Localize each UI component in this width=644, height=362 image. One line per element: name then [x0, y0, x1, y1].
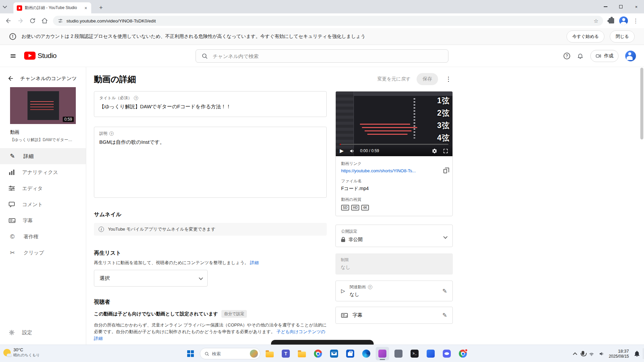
sidebar-item-clips[interactable]: ✂ クリップ: [0, 245, 86, 261]
sidebar-item-details[interactable]: ✎ 詳細: [0, 148, 86, 164]
more-options-icon[interactable]: ⋮: [444, 75, 453, 83]
taskbar-clock[interactable]: 18:37 2025/08/15: [609, 349, 629, 359]
start-button[interactable]: [184, 347, 197, 360]
studio-header: Studio ? 作成: [0, 45, 644, 67]
taskbar-app-chrome[interactable]: [311, 347, 325, 360]
title-field[interactable]: タイトル（必須） ? 【ゆっくり解説】DAWでギターのFコードを作る方法！！: [94, 91, 327, 117]
taskbar-app-file-explorer[interactable]: [263, 347, 276, 360]
back-button[interactable]: [3, 15, 14, 26]
taskbar-app-terminal[interactable]: [408, 347, 421, 360]
new-tab-button[interactable]: +: [97, 3, 105, 12]
extensions-icon[interactable]: [606, 15, 617, 26]
taskbar-app-folder[interactable]: [295, 347, 309, 360]
playlist-select[interactable]: 選択: [94, 270, 208, 287]
page-scrollbar[interactable]: [640, 68, 643, 139]
banner-close-button[interactable]: 閉じる: [610, 31, 635, 43]
back-to-channel-content[interactable]: チャンネルのコンテンツ: [0, 72, 86, 84]
window-close-button[interactable]: ×: [629, 0, 644, 13]
description-field-value[interactable]: BGMは自作の歌のInstです。: [99, 139, 321, 145]
taskbar-search[interactable]: [200, 348, 260, 359]
taskbar-search-input[interactable]: [212, 351, 246, 356]
tab-search-chevron-icon[interactable]: [3, 4, 7, 8]
description-help-icon[interactable]: ?: [109, 131, 114, 136]
visibility-card[interactable]: 公開設定 非公開: [335, 225, 453, 247]
browser-menu-button[interactable]: ⋮: [630, 15, 641, 26]
channel-search-input[interactable]: [213, 53, 443, 59]
tab-close-icon[interactable]: ×: [84, 5, 88, 11]
taskbar-app-store[interactable]: [343, 347, 357, 360]
taskbar-app-active[interactable]: [376, 347, 389, 360]
taskbar-app-chrome-2[interactable]: [456, 347, 470, 360]
hamburger-menu-icon[interactable]: [7, 52, 19, 60]
sidebar-item-subtitles[interactable]: 字幕: [0, 213, 86, 229]
copy-icon[interactable]: [443, 169, 447, 173]
video-link-label: 動画リンク: [341, 161, 447, 167]
volume-icon[interactable]: [599, 351, 604, 357]
channel-search-bar[interactable]: [196, 49, 448, 63]
help-icon[interactable]: ?: [564, 53, 570, 59]
notification-center-bell-icon[interactable]: [633, 350, 641, 357]
banner-start-button[interactable]: 今すぐ始める: [567, 31, 604, 43]
undo-changes-button[interactable]: 変更を元に戻す: [377, 76, 411, 82]
video-player[interactable]: 1弦 2弦 3弦 4弦 ▶ 0:00 / 0:59: [336, 92, 452, 156]
sidebar-item-comments[interactable]: コメント: [0, 196, 86, 213]
pencil-icon[interactable]: ✎: [442, 288, 447, 295]
taskbar-app-discord[interactable]: [440, 347, 453, 360]
microphone-icon[interactable]: [582, 351, 584, 355]
weather-widget[interactable]: 30°C 晴れのちくもり: [3, 347, 40, 358]
active-app-icon: [378, 350, 386, 358]
sidebar-item-settings[interactable]: 設定: [0, 324, 86, 341]
taskbar-app-gray[interactable]: [392, 347, 405, 360]
url-text[interactable]: studio.youtube.com/video/YlNO8-TsDK0/edi…: [66, 18, 590, 23]
pencil-icon[interactable]: ✎: [442, 312, 447, 319]
save-button[interactable]: 保存: [417, 73, 438, 85]
subtitles-card[interactable]: 字幕 ✎: [335, 307, 453, 324]
taskbar-app-teams[interactable]: [279, 347, 292, 360]
forward-button[interactable]: [15, 15, 26, 26]
youtube-studio-logo[interactable]: Studio: [24, 52, 57, 60]
player-settings-gear-icon[interactable]: [432, 148, 437, 154]
restrictions-value: なし: [341, 264, 447, 270]
page-body: チャンネルのコンテンツ 0:59 動画 【ゆっくり解説】DAWでギターのF...…: [0, 67, 644, 345]
title-field-value[interactable]: 【ゆっくり解説】DAWでギターのFコードを作る方法！！: [99, 104, 321, 110]
player-fullscreen-icon[interactable]: [443, 148, 448, 154]
playlist-more-link[interactable]: 詳細: [250, 260, 259, 265]
wifi-icon[interactable]: [589, 351, 594, 357]
player-volume-icon[interactable]: [349, 148, 355, 154]
file-explorer-icon: [266, 352, 274, 357]
player-seek-bar[interactable]: [340, 144, 448, 145]
bookmark-star-icon[interactable]: ☆: [594, 18, 598, 24]
video-link-url[interactable]: https://youtube.com/shorts/YlNO8-Ts...: [341, 168, 416, 173]
playlist-desc-text: 再生リストに動画を追加して、視聴者のためにコンテンツを整理しましょう。: [94, 260, 249, 265]
window-minimize-button[interactable]: [598, 0, 613, 13]
reload-button[interactable]: [27, 15, 38, 26]
player-play-button[interactable]: ▶: [340, 148, 344, 154]
related-help-icon[interactable]: ?: [368, 285, 372, 289]
tray-overflow-chevron-icon[interactable]: [573, 352, 577, 357]
studio-profile-avatar[interactable]: [625, 51, 636, 61]
create-button[interactable]: 作成: [590, 50, 619, 62]
site-settings-icon[interactable]: [58, 18, 63, 23]
thumbnail-info-text: YouTube モバイルアプリでサムネイルを変更できます: [108, 226, 215, 232]
bottom-toast[interactable]: [271, 340, 374, 345]
taskbar-app-mail[interactable]: [327, 347, 341, 360]
title-help-icon[interactable]: ?: [134, 96, 138, 100]
home-button[interactable]: [39, 15, 50, 26]
description-field[interactable]: 説明 ? BGMは自作の歌のInstです。: [94, 127, 327, 198]
window-maximize-button[interactable]: [613, 0, 629, 13]
search-highlight-image[interactable]: [250, 350, 258, 358]
browser-profile-avatar[interactable]: [618, 15, 629, 26]
sidebar-item-editor[interactable]: エディタ: [0, 180, 86, 196]
taskbar-app-blue[interactable]: [424, 347, 437, 360]
browser-tab[interactable]: 動画の詳細 - YouTube Studio ×: [13, 2, 91, 13]
related-video-card[interactable]: ▷ 関連動画 ? なし ✎: [335, 281, 453, 301]
video-thumbnail[interactable]: 0:59: [10, 87, 76, 124]
notifications-bell-icon[interactable]: [577, 53, 584, 59]
right-panel: 1弦 2弦 3弦 4弦 ▶ 0:00 / 0:59: [335, 91, 453, 324]
address-bar[interactable]: studio.youtube.com/video/YlNO8-TsDK0/edi…: [53, 16, 603, 26]
sidebar-item-copyright[interactable]: © 著作権: [0, 229, 86, 245]
taskbar-app-edge[interactable]: [360, 347, 373, 360]
thumbnail-track-column: [414, 98, 415, 138]
sidebar-item-analytics[interactable]: アナリティクス: [0, 164, 86, 180]
scissors-icon: ✂: [9, 249, 16, 256]
